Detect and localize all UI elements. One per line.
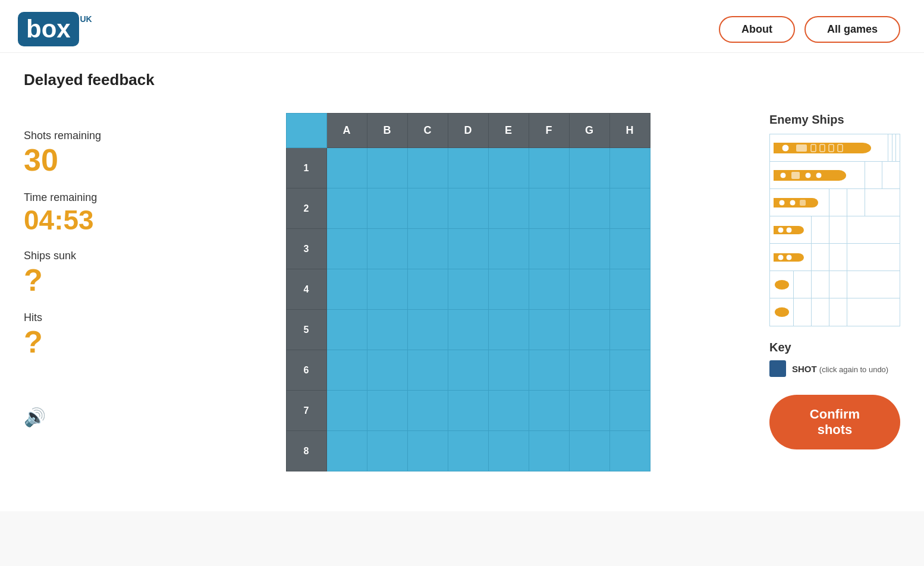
svg-rect-3 (796, 144, 807, 152)
grid-cell-H1[interactable] (609, 148, 650, 188)
grid-cell-H3[interactable] (609, 229, 650, 269)
grid-cell-D5[interactable] (448, 310, 488, 350)
grid-cell-C6[interactable] (407, 350, 448, 391)
time-remaining-section: Time remaining 04:53 (24, 191, 190, 235)
grid-cell-G4[interactable] (569, 269, 609, 310)
grid-cell-A3[interactable] (326, 229, 367, 269)
svg-point-17 (790, 200, 796, 206)
ship-row-6 (770, 271, 900, 298)
grid-cell-G1[interactable] (569, 148, 609, 188)
grid-cell-B7[interactable] (367, 391, 407, 431)
svg-point-15 (806, 198, 818, 207)
svg-rect-11 (791, 172, 800, 179)
grid-cell-H7[interactable] (609, 391, 650, 431)
svg-point-1 (854, 143, 871, 153)
grid-cell-E4[interactable] (488, 269, 529, 310)
svg-point-20 (793, 226, 804, 234)
grid-cell-C4[interactable] (407, 269, 448, 310)
grid-cell-F4[interactable] (529, 269, 569, 310)
grid-cell-A5[interactable] (326, 310, 367, 350)
grid-cell-G2[interactable] (569, 188, 609, 229)
grid-cell-C5[interactable] (407, 310, 448, 350)
grid-cell-D1[interactable] (448, 148, 488, 188)
grid-cell-C8[interactable] (407, 431, 448, 471)
ship-2a-col5 (865, 216, 883, 243)
grid-cell-D2[interactable] (448, 188, 488, 229)
grid-cell-A7[interactable] (326, 391, 367, 431)
grid-cell-D7[interactable] (448, 391, 488, 431)
svg-rect-7 (838, 144, 843, 152)
grid-cell-C1[interactable] (407, 148, 448, 188)
header: box UK About All games (0, 0, 924, 53)
grid-cell-B3[interactable] (367, 229, 407, 269)
ship-1b-svg (772, 302, 790, 322)
grid-cell-E8[interactable] (488, 431, 529, 471)
grid-cell-G8[interactable] (569, 431, 609, 471)
grid-cell-E3[interactable] (488, 229, 529, 269)
grid-cell-C3[interactable] (407, 229, 448, 269)
sound-icon-area[interactable]: 🔊 (24, 407, 190, 427)
row-header-1: 1 (286, 148, 326, 188)
row-header-2: 2 (286, 188, 326, 229)
grid-cell-F5[interactable] (529, 310, 569, 350)
grid-cell-F8[interactable] (529, 431, 569, 471)
sound-icon[interactable]: 🔊 (24, 407, 46, 427)
svg-rect-5 (820, 144, 825, 152)
grid-cell-F2[interactable] (529, 188, 569, 229)
ship-4-svg (772, 165, 860, 185)
grid-cell-F6[interactable] (529, 350, 569, 391)
col-header-C: C (407, 114, 448, 148)
grid-cell-E2[interactable] (488, 188, 529, 229)
grid-cell-H5[interactable] (609, 310, 650, 350)
grid-cell-G7[interactable] (569, 391, 609, 431)
grid-cell-A2[interactable] (326, 188, 367, 229)
logo-uk: UK (80, 14, 92, 24)
grid-cell-H2[interactable] (609, 188, 650, 229)
grid-cell-E6[interactable] (488, 350, 529, 391)
ship-5-col3 (892, 134, 897, 161)
grid-cell-G6[interactable] (569, 350, 609, 391)
svg-point-27 (775, 280, 789, 290)
grid-cell-F7[interactable] (529, 391, 569, 431)
ship-row-4 (770, 216, 900, 244)
grid-cell-E5[interactable] (488, 310, 529, 350)
grid-cell-F3[interactable] (529, 229, 569, 269)
grid-cell-D3[interactable] (448, 229, 488, 269)
grid-cell-G3[interactable] (569, 229, 609, 269)
all-games-button[interactable]: All games (804, 16, 900, 43)
grid-cell-A8[interactable] (326, 431, 367, 471)
grid-cell-H8[interactable] (609, 431, 650, 471)
grid-cell-B2[interactable] (367, 188, 407, 229)
hits-label: Hits (24, 312, 190, 324)
grid-cell-E1[interactable] (488, 148, 529, 188)
svg-point-2 (782, 144, 789, 152)
grid-cell-A6[interactable] (326, 350, 367, 391)
grid-cell-A1[interactable] (326, 148, 367, 188)
ships-display-grid (769, 134, 900, 326)
page-title-area: Delayed feedback (0, 53, 924, 95)
grid-cell-D6[interactable] (448, 350, 488, 391)
grid-cell-C2[interactable] (407, 188, 448, 229)
grid-cell-E7[interactable] (488, 391, 529, 431)
grid-cell-H6[interactable] (609, 350, 650, 391)
ship-1a-col4 (829, 271, 847, 298)
grid-cell-H4[interactable] (609, 269, 650, 310)
ship-2b-col2 (812, 244, 829, 271)
grid-cell-D8[interactable] (448, 431, 488, 471)
grid-cell-B6[interactable] (367, 350, 407, 391)
ship-4-col2 (865, 162, 882, 188)
grid-cell-B5[interactable] (367, 310, 407, 350)
grid-cell-F1[interactable] (529, 148, 569, 188)
grid-cell-A4[interactable] (326, 269, 367, 310)
about-button[interactable]: About (719, 16, 795, 43)
enemy-ships-title: Enemy Ships (769, 113, 900, 127)
confirm-shots-button[interactable]: Confirm shots (769, 395, 900, 449)
grid-cell-B8[interactable] (367, 431, 407, 471)
ship-3a-col4 (865, 189, 883, 216)
grid-cell-G5[interactable] (569, 310, 609, 350)
ship-3a-col3 (847, 189, 865, 216)
grid-cell-B1[interactable] (367, 148, 407, 188)
grid-cell-D4[interactable] (448, 269, 488, 310)
grid-cell-C7[interactable] (407, 391, 448, 431)
grid-cell-B4[interactable] (367, 269, 407, 310)
